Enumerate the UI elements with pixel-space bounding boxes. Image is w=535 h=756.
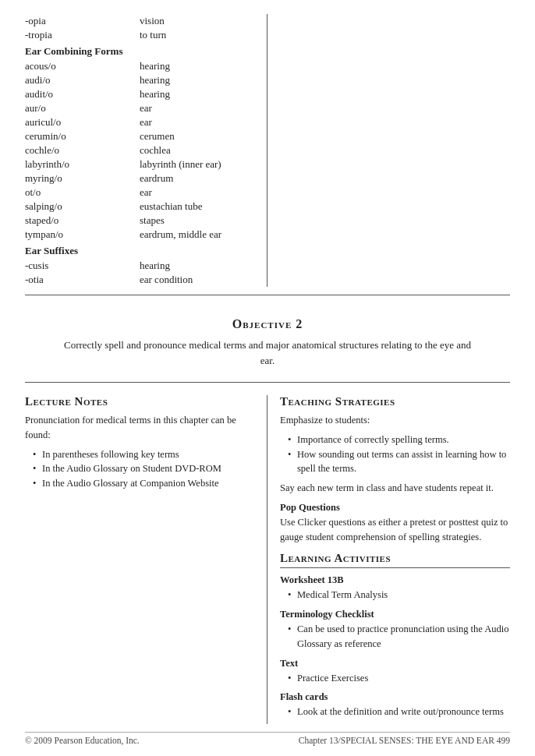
list-item: Look at the definition and write out/pro… xyxy=(288,705,510,719)
def-opia: vision xyxy=(140,14,254,28)
ear-combining-header: Ear Combining Forms xyxy=(25,45,254,58)
text-title: Text xyxy=(280,658,510,669)
objective-section: Objective 2 Correctly spell and pronounc… xyxy=(25,295,510,383)
page: -opia vision -tropia to turn Ear Combini… xyxy=(0,0,535,756)
list-item: In the Audio Glossary on Student DVD-ROM xyxy=(33,461,254,476)
learning-activities-heading: Learning Activities xyxy=(280,552,510,568)
worksheet-list: Medical Term Analysis xyxy=(280,588,510,602)
term-row: acous/o hearing xyxy=(25,59,254,73)
term-row: labyrinth/o labyrinth (inner ear) xyxy=(25,157,254,171)
term-row: salping/o eustachian tube xyxy=(25,200,254,214)
lecture-notes: Lecture Notes Pronunciation for medical … xyxy=(25,395,268,724)
list-item: In parentheses following key terms xyxy=(33,447,254,462)
lecture-notes-list: In parentheses following key terms In th… xyxy=(25,447,254,491)
term-row: audi/o hearing xyxy=(25,73,254,87)
teaching-strategies-intro: Emphasize to students: xyxy=(280,413,510,428)
right-column-top xyxy=(268,14,510,287)
list-item: Practice Exercises xyxy=(288,671,510,686)
ear-suffixes-header: Ear Suffixes xyxy=(25,245,254,257)
term-row: staped/o stapes xyxy=(25,214,254,228)
term-row: ot/o ear xyxy=(25,185,254,200)
term-row: -opia vision xyxy=(25,14,254,28)
term-row: tympan/o eardrum, middle ear xyxy=(25,228,254,242)
terminology-list: Can be used to practice pronunciation us… xyxy=(280,622,510,652)
objective-title: Objective 2 xyxy=(56,317,479,331)
pop-questions-title: Pop Questions xyxy=(280,502,510,514)
flashcards-title: Flash cards xyxy=(280,691,510,703)
text-list: Practice Exercises xyxy=(280,671,510,686)
worksheet-title: Worksheet 13B xyxy=(280,574,510,586)
notes-section: Lecture Notes Pronunciation for medical … xyxy=(25,383,510,724)
top-section: -opia vision -tropia to turn Ear Combini… xyxy=(25,14,510,295)
list-item: Can be used to practice pronunciation us… xyxy=(288,622,510,652)
term-tropia: -tropia xyxy=(25,28,140,42)
list-item: How sounding out terms can assist in lea… xyxy=(288,447,510,477)
footer: © 2009 Pearson Education, Inc. Chapter 1… xyxy=(25,732,510,745)
say-text: Say each new term in class and have stud… xyxy=(280,481,510,496)
term-row: myring/o eardrum xyxy=(25,171,254,185)
term-opia: -opia xyxy=(25,14,140,28)
footer-right: Chapter 13/SPECIAL SENSES: THE EYE AND E… xyxy=(299,736,510,745)
left-column: -opia vision -tropia to turn Ear Combini… xyxy=(25,14,268,287)
terminology-title: Terminology Checklist xyxy=(280,609,510,620)
lecture-notes-heading: Lecture Notes xyxy=(25,395,254,408)
teaching-strategies: Teaching Strategies Emphasize to student… xyxy=(268,395,510,724)
term-row: -cusis hearing xyxy=(25,259,254,273)
list-item: In the Audio Glossary at Companion Websi… xyxy=(33,476,254,491)
term-row: audit/o hearing xyxy=(25,87,254,101)
teaching-strategies-list: Importance of correctly spelling terms. … xyxy=(280,433,510,476)
list-item: Importance of correctly spelling terms. xyxy=(288,433,510,447)
def-tropia: to turn xyxy=(140,28,254,42)
term-row: -otia ear condition xyxy=(25,273,254,287)
footer-left: © 2009 Pearson Education, Inc. xyxy=(25,736,140,745)
term-row: aur/o ear xyxy=(25,101,254,115)
flashcards-list: Look at the definition and write out/pro… xyxy=(280,705,510,719)
teaching-strategies-heading: Teaching Strategies xyxy=(280,395,510,408)
term-row: cochle/o cochlea xyxy=(25,143,254,157)
term-row: auricul/o ear xyxy=(25,115,254,129)
list-item: Medical Term Analysis xyxy=(288,588,510,602)
objective-text: Correctly spell and pronounce medical te… xyxy=(56,337,479,368)
term-row: cerumin/o cerumen xyxy=(25,129,254,143)
pop-questions-text: Use Clicker questions as either a pretes… xyxy=(280,515,510,545)
lecture-notes-intro: Pronunciation for medical terms in this … xyxy=(25,413,254,443)
term-row: -tropia to turn xyxy=(25,28,254,42)
